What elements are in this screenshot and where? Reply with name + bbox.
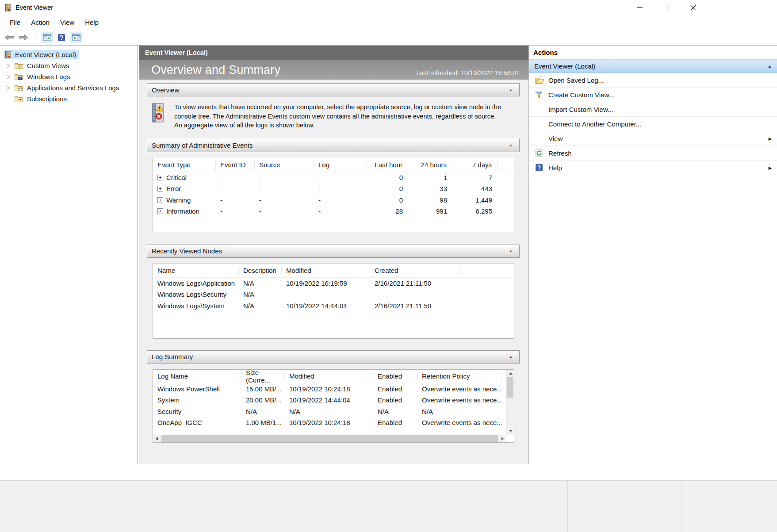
action-connect-another-computer[interactable]: Connect to Another Computer...: [529, 117, 777, 131]
cell: N/A: [241, 408, 285, 415]
actions-header: Actions: [529, 46, 777, 60]
column-header[interactable]: Size (Curre...: [241, 371, 285, 381]
action-open-saved-log[interactable]: Open Saved Log...: [529, 73, 777, 88]
vertical-scroll-thumb[interactable]: [507, 377, 513, 398]
cell: -: [216, 174, 255, 181]
action-view[interactable]: View ▶: [529, 131, 777, 146]
funnel-icon: [535, 91, 545, 99]
tree-node-windows-logs[interactable]: Windows Logs: [0, 71, 137, 82]
column-header[interactable]: Last hour: [367, 160, 408, 170]
vertical-scrollbar[interactable]: [506, 370, 514, 435]
scroll-right-button[interactable]: [499, 435, 506, 442]
column-header[interactable]: Name: [153, 266, 239, 276]
table-row[interactable]: Windows Logs\System N/A 10/19/2022 14:44…: [153, 300, 514, 312]
forward-arrow-icon: [19, 34, 29, 41]
table-row[interactable]: +Critical - - - 0 1 7: [153, 172, 514, 184]
collapse-arrow-icon[interactable]: ▲: [507, 248, 515, 254]
maximize-button[interactable]: [653, 0, 680, 15]
recent-nodes-section-header[interactable]: Recently Viewed Nodes ▲: [147, 245, 520, 258]
cell: 28: [367, 207, 408, 215]
cell: N/A: [239, 279, 282, 287]
collapse-arrow-icon[interactable]: ▲: [507, 354, 515, 360]
help-button[interactable]: [55, 32, 68, 43]
column-header[interactable]: Log: [314, 160, 367, 170]
scroll-up-icon: [509, 372, 513, 375]
overview-body: To view events that have occurred on you…: [147, 96, 520, 134]
column-header[interactable]: Log Name: [153, 371, 241, 381]
scroll-down-button[interactable]: [507, 427, 514, 435]
column-header[interactable]: Retention Policy: [417, 371, 501, 381]
cell: N/A: [239, 302, 282, 310]
tree-node-custom-views[interactable]: Custom Views: [0, 60, 137, 71]
tree-item-label: Windows Logs: [27, 73, 70, 80]
cell: 20.00 MB/...: [241, 396, 285, 404]
page-title-band: Overview and Summary Last refreshed: 10/…: [139, 60, 528, 80]
column-header[interactable]: Enabled: [373, 371, 417, 381]
close-button[interactable]: [680, 0, 706, 15]
menu-file[interactable]: File: [5, 17, 25, 28]
table-row[interactable]: Security N/A N/A N/A N/A: [153, 406, 506, 417]
column-header[interactable]: Event ID: [216, 160, 255, 170]
collapse-arrow-icon[interactable]: ▲: [507, 87, 515, 93]
cell: Windows Logs\Security: [153, 291, 239, 298]
expand-plus-icon[interactable]: +: [157, 186, 163, 191]
cell: -: [314, 174, 367, 181]
log-summary-section-header[interactable]: Log Summary ▲: [147, 350, 520, 364]
scroll-left-button[interactable]: [153, 435, 161, 442]
chevron-right-icon[interactable]: [5, 74, 11, 80]
action-import-custom-view[interactable]: Import Custom View...: [529, 102, 777, 117]
cell: 10/19/2022 14:44:04: [282, 302, 370, 310]
show-console-tree-button[interactable]: [41, 32, 53, 43]
show-action-pane-button[interactable]: [70, 32, 82, 43]
table-row[interactable]: Windows Logs\Application N/A 10/19/2022 …: [153, 278, 514, 289]
menu-view[interactable]: View: [56, 17, 79, 28]
tree-node-subscriptions[interactable]: Subscriptions: [0, 93, 137, 104]
action-refresh[interactable]: Refresh: [529, 146, 777, 161]
expand-plus-icon[interactable]: +: [157, 208, 163, 214]
column-header[interactable]: 24 hours: [408, 160, 452, 170]
action-help[interactable]: Help ▶: [529, 161, 777, 175]
action-create-custom-view[interactable]: Create Custom View...: [529, 88, 777, 102]
expand-plus-icon[interactable]: +: [157, 175, 163, 180]
horizontal-scroll-thumb[interactable]: [161, 435, 498, 442]
cell: System: [153, 396, 241, 404]
admin-events-section-header[interactable]: Summary of Administrative Events ▲: [147, 139, 520, 152]
table-row[interactable]: System 20.00 MB/... 10/19/2022 14:44:04 …: [153, 394, 506, 406]
event-viewer-node-icon: [4, 51, 12, 58]
expand-plus-icon[interactable]: +: [157, 197, 163, 203]
table-row[interactable]: +Error - - - 0 33 443: [153, 183, 514, 195]
chevron-right-icon[interactable]: [5, 85, 11, 91]
table-row[interactable]: OneApp_IGCC 1.00 MB/1... 10/19/2022 10:2…: [153, 417, 506, 429]
cell: -: [216, 207, 255, 215]
column-header[interactable]: Event Type: [153, 160, 216, 170]
tree-node-applications-services-logs[interactable]: Applications and Services Logs: [0, 82, 137, 93]
forward-button[interactable]: [17, 32, 30, 43]
column-header[interactable]: Created: [370, 266, 459, 276]
column-header[interactable]: 7 days: [452, 160, 498, 170]
scroll-up-button[interactable]: [507, 370, 514, 377]
menu-action[interactable]: Action: [27, 17, 54, 28]
tree-node-event-viewer-local[interactable]: Event Viewer (Local): [0, 49, 137, 60]
cell: 0: [367, 174, 408, 181]
column-header[interactable]: Source: [255, 160, 314, 170]
overview-section-header[interactable]: Overview ▲: [147, 83, 520, 96]
collapse-arrow-icon[interactable]: ▲: [768, 64, 772, 69]
menu-help[interactable]: Help: [80, 17, 103, 28]
table-row[interactable]: +Warning - - - 0 98 1,449: [153, 195, 514, 206]
cell: 0: [367, 185, 408, 192]
actions-group-header[interactable]: Event Viewer (Local) ▲: [529, 60, 777, 73]
horizontal-scrollbar[interactable]: [153, 435, 506, 442]
column-header[interactable]: Description: [239, 266, 282, 276]
collapse-arrow-icon[interactable]: ▲: [507, 142, 515, 148]
cell: 7: [452, 174, 498, 181]
table-row[interactable]: +Information - - - 28 991 6,295: [153, 206, 514, 217]
minimize-button[interactable]: [627, 0, 653, 15]
page-title: Overview and Summary: [151, 63, 280, 77]
back-button[interactable]: [3, 32, 15, 43]
action-label: Help: [548, 164, 562, 172]
table-row[interactable]: Windows Logs\Security N/A: [153, 289, 514, 300]
column-header[interactable]: Modified: [285, 371, 373, 381]
chevron-right-icon[interactable]: [5, 63, 11, 69]
table-row[interactable]: Windows PowerShell 15.00 MB/... 10/19/20…: [153, 383, 506, 395]
column-header[interactable]: Modified: [282, 266, 370, 276]
